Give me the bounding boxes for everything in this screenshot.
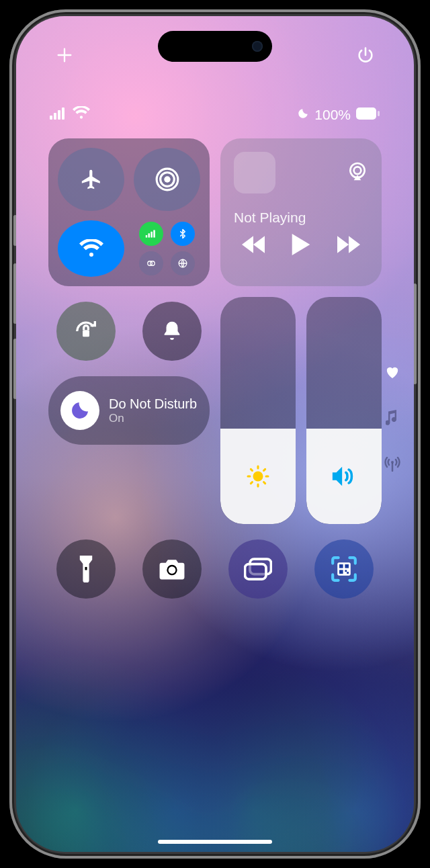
camera-button[interactable] — [142, 539, 202, 599]
iphone-device-frame: 100% — [9, 9, 421, 859]
moon-icon — [60, 391, 99, 430]
heart-icon[interactable] — [385, 365, 400, 382]
svg-rect-10 — [148, 233, 150, 238]
svg-rect-29 — [345, 570, 347, 572]
battery-icon — [356, 107, 380, 123]
cellular-icon — [50, 107, 67, 123]
sun-icon — [246, 464, 270, 488]
svg-rect-20 — [85, 567, 87, 570]
svg-rect-30 — [347, 572, 349, 574]
airdrop-toggle[interactable] — [134, 148, 200, 211]
svg-rect-1 — [54, 113, 56, 120]
wifi-icon — [73, 106, 90, 123]
svg-rect-26 — [339, 564, 343, 568]
svg-rect-27 — [345, 564, 349, 568]
svg-rect-11 — [150, 232, 153, 238]
focus-mode-button[interactable]: Do Not Disturb On — [48, 376, 210, 445]
svg-point-6 — [164, 176, 171, 183]
connectivity-module[interactable] — [48, 138, 210, 286]
svg-rect-4 — [356, 107, 376, 120]
power-button[interactable] — [356, 46, 375, 64]
play-button[interactable] — [292, 234, 310, 258]
svg-point-17 — [354, 167, 361, 174]
svg-rect-2 — [58, 110, 60, 120]
brightness-slider[interactable] — [220, 297, 296, 524]
moon-icon — [297, 107, 309, 123]
svg-rect-0 — [50, 116, 52, 120]
next-track-button[interactable] — [337, 236, 360, 256]
connectivity-sub-cluster[interactable] — [134, 220, 200, 277]
code-scanner-button[interactable] — [314, 539, 374, 599]
previous-track-button[interactable] — [242, 236, 265, 256]
svg-rect-5 — [378, 111, 380, 116]
page-indicator[interactable] — [384, 365, 400, 474]
antenna-icon[interactable] — [384, 457, 400, 474]
focus-title: Do Not Disturb — [109, 396, 197, 412]
airplay-icon[interactable] — [347, 161, 368, 185]
svg-point-19 — [253, 472, 263, 482]
vpn-toggle[interactable] — [171, 251, 195, 275]
focus-state: On — [109, 412, 197, 425]
media-module[interactable]: Not Playing — [220, 138, 382, 286]
speaker-icon — [331, 464, 357, 488]
svg-rect-12 — [153, 230, 155, 238]
cellular-data-toggle[interactable] — [139, 222, 163, 246]
airplane-mode-toggle[interactable] — [58, 148, 124, 211]
svg-rect-24 — [245, 564, 267, 580]
svg-rect-3 — [62, 107, 64, 120]
media-status-label: Not Playing — [234, 210, 368, 226]
wifi-toggle[interactable] — [58, 220, 124, 277]
svg-point-22 — [169, 566, 176, 574]
personal-hotspot-toggle[interactable] — [139, 251, 163, 275]
silent-mode-toggle[interactable] — [142, 302, 202, 361]
volume-slider[interactable] — [306, 297, 382, 524]
svg-rect-18 — [83, 330, 89, 337]
svg-rect-28 — [339, 570, 343, 574]
home-indicator[interactable] — [158, 840, 272, 844]
media-artwork — [234, 152, 275, 193]
add-control-button[interactable] — [55, 46, 74, 64]
flashlight-button[interactable] — [56, 539, 116, 599]
bluetooth-toggle[interactable] — [171, 222, 195, 246]
svg-rect-9 — [146, 235, 148, 238]
orientation-lock-toggle[interactable] — [56, 302, 116, 361]
battery-percent: 100% — [314, 107, 351, 123]
status-bar: 100% — [16, 106, 414, 123]
dynamic-island — [158, 31, 272, 62]
screen-mirroring-button[interactable] — [228, 539, 288, 599]
music-note-icon[interactable] — [386, 410, 399, 429]
screen: 100% — [16, 16, 414, 852]
